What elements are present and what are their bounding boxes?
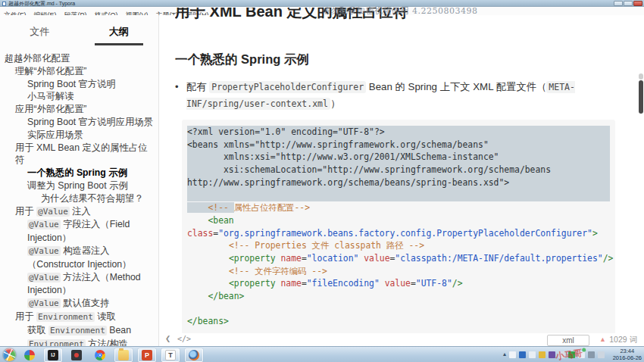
sidebar-tabs: 文件 大纲 bbox=[0, 15, 158, 45]
system-tray: ▴ bbox=[503, 351, 605, 358]
outline-item[interactable]: 调整为 Spring Boot 示例 bbox=[5, 179, 154, 192]
minimize-button[interactable] bbox=[614, 1, 623, 6]
taskbar-app-colors-app[interactable] bbox=[20, 348, 39, 362]
code-token bbox=[187, 240, 229, 251]
code-token: "org.springframework.beans.factory.confi… bbox=[218, 228, 592, 239]
outline-text: 默认值支持 bbox=[61, 298, 110, 308]
tray-icon-2[interactable] bbox=[529, 351, 536, 358]
outline-inline-code: @Value bbox=[27, 298, 61, 308]
outline-item[interactable]: 一个熟悉的 Spring 示例 bbox=[5, 167, 154, 179]
code-language-selector[interactable]: xml bbox=[547, 335, 589, 346]
windows-taskbar: IJPT ▴ 23:44 2016-06-26 小马哥 bbox=[0, 346, 644, 362]
section-heading: 一个熟悉的 Spring 示例 bbox=[175, 51, 309, 68]
outline-item[interactable]: 用于 XML Bean 定义的属性占位符 bbox=[5, 142, 154, 167]
tray-icon-3[interactable] bbox=[539, 351, 546, 358]
tray-icon-0[interactable] bbox=[509, 351, 516, 358]
outline-text: 获取 bbox=[27, 325, 48, 335]
tray-icon-1[interactable] bbox=[519, 351, 526, 358]
taskbar-app-dark-editor[interactable] bbox=[67, 348, 86, 362]
outline-item[interactable]: Environment 方法/构造 bbox=[5, 338, 154, 346]
code-token: /> bbox=[603, 253, 614, 264]
outline-item[interactable]: 应用“外部化配置” bbox=[5, 103, 154, 116]
editor-content[interactable]: 一个熟悉的 Spring 示例 • 配有 PropertyPlaceholder… bbox=[159, 15, 644, 346]
code-line: <bean bbox=[187, 214, 610, 227]
outline-text: 实际应用场景 bbox=[27, 130, 83, 140]
tab-outline[interactable]: 大纲 bbox=[80, 22, 159, 45]
outline-text: 方法/构造 bbox=[86, 339, 128, 346]
outline-text: 用于 bbox=[15, 206, 36, 217]
tray-icon-8[interactable] bbox=[588, 351, 595, 358]
outline-item[interactable]: Spring Boot 官方说明 bbox=[5, 78, 154, 91]
tab-files[interactable]: 文件 bbox=[0, 22, 80, 45]
outline-text: 一个熟悉的 Spring 示例 bbox=[27, 167, 127, 178]
code-token: <?xml version="1.0" encoding="UTF-8"?> bbox=[187, 126, 385, 137]
outline-item[interactable]: @Value 方法注入（Method Injection） bbox=[5, 271, 154, 298]
code-line bbox=[187, 189, 610, 201]
windows-explorer-icon bbox=[118, 350, 129, 360]
code-token: <beans xmlns="http://www.springframework… bbox=[187, 139, 489, 150]
taskbar-app-windows-explorer[interactable] bbox=[114, 348, 133, 362]
outline-item[interactable]: 实际应用场景 bbox=[5, 129, 154, 142]
scrollbar-thumb[interactable] bbox=[639, 80, 643, 114]
sidebar: 文件 大纲 超越外部化配置理解“外部化配置”Spring Boot 官方说明小马… bbox=[0, 15, 159, 346]
code-token: name bbox=[280, 253, 301, 264]
code-token: > bbox=[592, 228, 598, 239]
code-token: <!-- bbox=[208, 202, 233, 213]
maximize-button[interactable] bbox=[624, 1, 633, 6]
code-line: </beans> bbox=[187, 315, 610, 328]
code-token bbox=[187, 291, 208, 301]
code-line: <property name="fileEncoding" value="UTF… bbox=[187, 277, 610, 290]
code-block[interactable]: <?xml version="1.0" encoding="UTF-8"?><b… bbox=[182, 120, 615, 334]
code-line: class="org.springframework.beans.factory… bbox=[187, 227, 610, 240]
sidebar-collapse-icon[interactable]: ❮ bbox=[165, 333, 170, 344]
outline-inline-code: @Value bbox=[36, 207, 70, 217]
scrollbar-track[interactable] bbox=[639, 73, 643, 80]
outline-item[interactable]: 超越外部化配置 bbox=[5, 52, 154, 65]
firefox-icon bbox=[189, 350, 199, 360]
outline-inline-code: Environment bbox=[36, 312, 95, 322]
code-token: <!-- 文件字符编码 --> bbox=[229, 266, 327, 276]
close-button[interactable] bbox=[633, 1, 642, 6]
code-line: xmlns:xsi="http://www.w3.org/2001/XMLSch… bbox=[187, 151, 610, 164]
outline-panel: 超越外部化配置理解“外部化配置”Spring Boot 官方说明小马哥解读应用“… bbox=[0, 45, 158, 346]
tray-expand-icon[interactable]: ▴ bbox=[503, 351, 506, 358]
code-line: <beans xmlns="http://www.springframework… bbox=[187, 139, 610, 151]
outline-item[interactable]: 用于 Environment 读取 bbox=[5, 311, 154, 324]
outline-item[interactable]: 用于 @Value 注入 bbox=[5, 205, 154, 219]
taskbar-app-chrome[interactable] bbox=[91, 348, 109, 362]
outline-inline-code: @Value bbox=[27, 273, 61, 282]
source-code-mode-icon[interactable]: </> bbox=[177, 335, 191, 343]
outline-text: 小马哥解读 bbox=[27, 91, 73, 101]
outline-item[interactable]: 理解“外部化配置” bbox=[5, 65, 154, 78]
outline-item[interactable]: 为什么结果不符合期望？ bbox=[5, 192, 154, 205]
outline-text: 调整为 Spring Boot 示例 bbox=[27, 180, 128, 191]
taskbar-clock[interactable]: 23:44 2016-06-26 bbox=[613, 348, 642, 361]
code-token: "location" bbox=[307, 253, 359, 264]
outline-item[interactable]: @Value 默认值支持 bbox=[5, 297, 154, 311]
outline-item[interactable]: 获取 Environment Bean bbox=[5, 324, 154, 338]
outline-item[interactable]: 小马哥解读 bbox=[5, 90, 154, 103]
bullet-paragraph[interactable]: • 配有 PropertyPlaceholderConfigurer Bean … bbox=[175, 79, 615, 112]
colors-app-icon bbox=[24, 350, 35, 360]
taskbar-app-intellij-idea[interactable]: IJ bbox=[44, 348, 62, 362]
code-token bbox=[187, 202, 208, 213]
outline-item[interactable]: @Value 字段注入（Field Injection） bbox=[5, 218, 154, 245]
taskbar-app-typora[interactable]: T bbox=[161, 348, 180, 362]
code-token: "fileEncoding" bbox=[307, 278, 380, 289]
outline-inline-code: @Value bbox=[27, 246, 61, 256]
bullet-text: 配有 PropertyPlaceholderConfigurer Bean 的 … bbox=[186, 79, 615, 112]
taskbar-app-powerpoint[interactable]: P bbox=[138, 348, 156, 362]
outline-item[interactable]: Spring Boot 官方说明应用场景 bbox=[5, 116, 154, 129]
code-token: </beans> bbox=[187, 316, 229, 326]
taskbar-app-firefox[interactable] bbox=[185, 348, 203, 362]
code-token: = bbox=[302, 253, 307, 264]
code-line bbox=[187, 303, 610, 316]
outline-text: 读取 bbox=[95, 311, 116, 322]
start-button-icon[interactable] bbox=[3, 348, 16, 361]
outline-item[interactable]: @Value 构造器注入（Constructor Injection） bbox=[5, 245, 154, 271]
code-token: <property bbox=[229, 278, 276, 289]
outline-text: 注入 bbox=[70, 206, 91, 217]
code-token: /> bbox=[452, 278, 463, 289]
dark-editor-icon bbox=[71, 350, 82, 360]
tray-icon-9[interactable] bbox=[598, 351, 605, 358]
